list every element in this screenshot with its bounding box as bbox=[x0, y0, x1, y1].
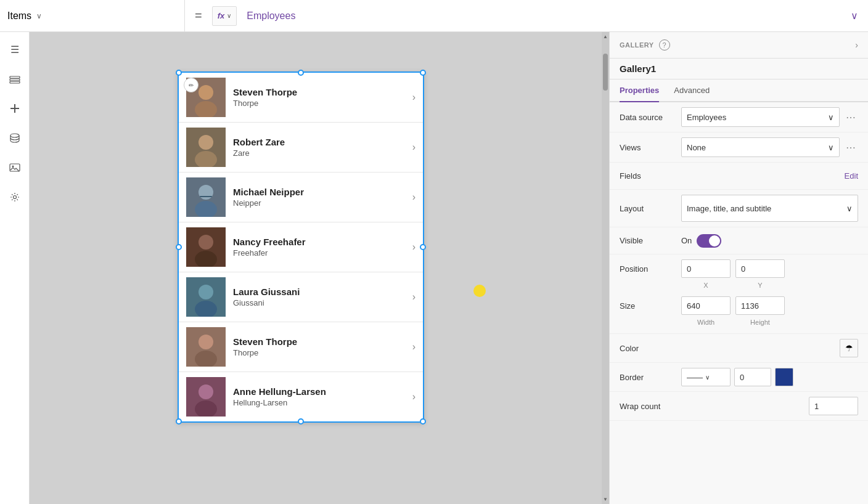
panel-row-views: Views None ∨ ⋯ bbox=[610, 132, 868, 163]
handle-bottom-right[interactable] bbox=[420, 418, 426, 425]
gallery-item-4[interactable]: Nancy Freehafer Freehafer › bbox=[179, 222, 423, 272]
handle-top-right[interactable] bbox=[420, 70, 426, 76]
color-swatch[interactable]: ☂ bbox=[840, 339, 858, 357]
gallery-item-chevron-3[interactable]: › bbox=[412, 192, 416, 203]
data-source-more-icon[interactable]: ⋯ bbox=[843, 112, 858, 123]
scrollbar-down-arrow[interactable]: ▼ bbox=[603, 495, 608, 504]
handle-middle-left[interactable] bbox=[176, 244, 182, 250]
avatar-laura-giussani bbox=[186, 277, 226, 317]
data-source-dropdown[interactable]: Employees ∨ bbox=[681, 107, 840, 127]
color-label: Color bbox=[620, 344, 681, 353]
gallery-item-chevron-7[interactable]: › bbox=[412, 391, 416, 402]
sidebar-hamburger-icon[interactable]: ☰ bbox=[5, 39, 25, 59]
fields-edit-link[interactable]: Edit bbox=[845, 171, 858, 181]
sidebar-database-icon[interactable] bbox=[5, 128, 25, 148]
size-width-input[interactable]: 640 bbox=[681, 296, 731, 315]
handle-middle-right[interactable] bbox=[420, 244, 426, 250]
handle-bottom-center[interactable] bbox=[298, 418, 304, 425]
svg-point-16 bbox=[199, 185, 213, 200]
border-width-input[interactable]: 0 bbox=[734, 368, 771, 386]
avatar-nancy-freehafer bbox=[186, 227, 226, 267]
gallery-item-text-7: Anne Hellung-Larsen Hellung-Larsen bbox=[233, 386, 407, 407]
position-labels: X Y bbox=[681, 280, 785, 291]
size-label: Size bbox=[620, 301, 681, 311]
gallery-item-7[interactable]: Anne Hellung-Larsen Hellung-Larsen › bbox=[179, 372, 423, 421]
tab-advanced[interactable]: Advanced bbox=[674, 79, 710, 102]
scrollbar-up-arrow[interactable]: ▲ bbox=[603, 32, 608, 41]
gallery-item-6[interactable]: Steven Thorpe Thorpe › bbox=[179, 322, 423, 372]
size-width-label: Width bbox=[681, 319, 731, 326]
visible-toggle[interactable] bbox=[697, 234, 721, 248]
gallery-edit-icon[interactable]: ✏ bbox=[184, 78, 199, 92]
panel-section-label: GALLERY bbox=[620, 41, 654, 49]
views-more-icon[interactable]: ⋯ bbox=[843, 142, 858, 153]
position-x-input[interactable]: 0 bbox=[681, 259, 731, 278]
sidebar-add-icon[interactable] bbox=[5, 99, 25, 118]
gallery-item-chevron-1[interactable]: › bbox=[412, 92, 416, 103]
panel-help-icon[interactable]: ? bbox=[659, 39, 670, 51]
gallery-item-sub-4: Freehafer bbox=[233, 248, 407, 258]
svg-rect-2 bbox=[10, 81, 20, 83]
position-y-input[interactable]: 0 bbox=[735, 259, 785, 278]
fx-chevron-icon: ∨ bbox=[227, 12, 231, 19]
canvas-scrollbar[interactable]: ▲ ▼ bbox=[602, 32, 609, 504]
layout-dropdown[interactable]: Image, title, and subtitle ∨ bbox=[681, 195, 858, 222]
size-inputs: 640 1136 bbox=[681, 296, 858, 315]
gallery-item-chevron-2[interactable]: › bbox=[412, 142, 416, 153]
top-bar: Items ∨ = fx ∨ Employees ∨ bbox=[0, 0, 868, 32]
tab-properties[interactable]: Properties bbox=[620, 79, 659, 102]
wrap-count-input[interactable]: 1 bbox=[809, 397, 858, 415]
gallery-widget[interactable]: ✏ Steven Thorpe Thorpe › Robert Zare bbox=[178, 71, 424, 423]
gallery-item-1[interactable]: Steven Thorpe Thorpe › bbox=[179, 73, 423, 123]
avatar-robert-zare bbox=[186, 128, 226, 167]
border-style-chevron-icon: ∨ bbox=[705, 374, 710, 381]
fx-button[interactable]: fx ∨ bbox=[212, 6, 237, 26]
sidebar-media-icon[interactable] bbox=[5, 158, 25, 177]
gallery-item-chevron-5[interactable]: › bbox=[412, 291, 416, 303]
panel-row-datasource: Data source Employees ∨ ⋯ bbox=[610, 102, 868, 132]
data-source-label: Data source bbox=[620, 113, 681, 122]
gallery-item-chevron-6[interactable]: › bbox=[412, 341, 416, 352]
visible-on-label: On bbox=[681, 236, 692, 245]
avatar-anne-hellung bbox=[186, 377, 226, 417]
gallery-item-5[interactable]: Laura Giussani Giussani › bbox=[179, 272, 423, 322]
sidebar-layers-icon[interactable] bbox=[5, 69, 25, 89]
layout-value: Image, title, and subtitle bbox=[687, 204, 846, 213]
cursor-indicator bbox=[473, 285, 486, 297]
left-sidebar: ☰ bbox=[0, 32, 30, 504]
layout-chevron-icon: ∨ bbox=[846, 204, 853, 213]
panel-row-color: Color ☂ bbox=[610, 334, 868, 363]
gallery-item-2[interactable]: Robert Zare Zare › bbox=[179, 123, 423, 173]
color-control: ☂ bbox=[681, 339, 858, 357]
gallery-item-3[interactable]: Michael Neipper Neipper › bbox=[179, 173, 423, 222]
handle-top-left[interactable] bbox=[176, 70, 182, 76]
svg-point-8 bbox=[13, 196, 16, 199]
avatar-michael-neipper bbox=[186, 177, 226, 217]
size-height-input[interactable]: 1136 bbox=[735, 296, 785, 315]
border-dash-icon: —— bbox=[687, 373, 703, 382]
items-label: Items bbox=[7, 10, 31, 22]
formula-bar[interactable]: Employees ∨ bbox=[237, 10, 868, 22]
layout-control: Image, title, and subtitle ∨ bbox=[681, 195, 858, 222]
views-dropdown[interactable]: None ∨ bbox=[681, 137, 840, 157]
fields-label: Fields bbox=[620, 171, 681, 181]
views-control: None ∨ ⋯ bbox=[681, 137, 858, 157]
panel-gallery-name: Gallery1 bbox=[610, 59, 868, 79]
handle-top-center[interactable] bbox=[298, 70, 304, 76]
panel-expand-icon[interactable]: › bbox=[855, 40, 858, 50]
visible-label: Visible bbox=[620, 236, 681, 245]
items-dropdown[interactable]: Items ∨ bbox=[0, 0, 185, 31]
gallery-item-name-7: Anne Hellung-Larsen bbox=[233, 386, 407, 397]
border-style-dropdown[interactable]: —— ∨ bbox=[681, 368, 731, 386]
panel-row-visible: Visible On bbox=[610, 227, 868, 254]
size-labels: Width Height bbox=[681, 317, 785, 328]
fields-control: Edit bbox=[681, 171, 858, 181]
visible-control: On bbox=[681, 234, 858, 248]
border-color-swatch[interactable] bbox=[775, 368, 793, 386]
sidebar-tools-icon[interactable] bbox=[5, 187, 25, 207]
svg-point-13 bbox=[199, 135, 213, 150]
handle-bottom-left[interactable] bbox=[176, 418, 182, 425]
gallery-item-chevron-4[interactable]: › bbox=[412, 242, 416, 253]
svg-rect-0 bbox=[10, 76, 20, 78]
scrollbar-thumb[interactable] bbox=[603, 54, 608, 91]
